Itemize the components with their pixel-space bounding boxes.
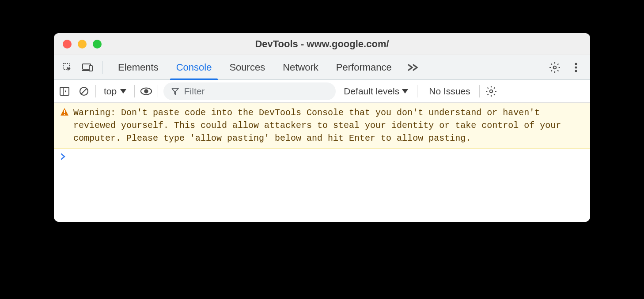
divider [158, 85, 158, 97]
inspect-element-icon[interactable] [61, 61, 73, 74]
svg-point-7 [575, 70, 577, 72]
svg-marker-15 [402, 89, 408, 93]
warning-text: Warning: Don't paste code into the DevTo… [73, 106, 584, 145]
filter-input[interactable] [184, 86, 328, 97]
filter-box[interactable] [163, 82, 336, 100]
svg-rect-8 [60, 87, 69, 95]
svg-point-5 [575, 63, 577, 65]
divider [479, 85, 480, 97]
tab-elements[interactable]: Elements [109, 55, 167, 79]
toggle-sidebar-icon[interactable] [58, 85, 71, 97]
close-button[interactable] [63, 40, 72, 49]
tab-performance[interactable]: Performance [327, 55, 401, 79]
svg-point-6 [575, 66, 577, 68]
kebab-menu-icon[interactable] [570, 61, 582, 74]
live-expression-icon[interactable] [140, 85, 152, 97]
filter-icon [171, 87, 179, 95]
tab-sources[interactable]: Sources [220, 55, 274, 79]
svg-line-11 [81, 89, 87, 94]
settings-icon[interactable] [549, 61, 561, 74]
tab-console[interactable]: Console [167, 55, 221, 79]
chevron-down-icon [120, 89, 126, 93]
svg-rect-18 [64, 110, 65, 113]
svg-rect-3 [89, 66, 92, 71]
log-levels-selector[interactable]: Default levels [344, 86, 408, 97]
log-levels-label: Default levels [344, 86, 399, 97]
window-title: DevTools - www.google.com/ [54, 38, 590, 50]
console-settings-icon[interactable] [485, 85, 497, 97]
context-selector[interactable]: top [101, 86, 129, 97]
context-label: top [104, 86, 117, 97]
warning-icon [60, 108, 69, 116]
more-tabs-icon[interactable] [401, 63, 425, 72]
device-toolbar-icon[interactable] [81, 61, 94, 74]
tab-network[interactable]: Network [274, 55, 327, 79]
divider [134, 85, 135, 97]
svg-point-4 [553, 66, 557, 69]
titlebar: DevTools - www.google.com/ [54, 33, 590, 55]
console-body: Warning: Don't paste code into the DevTo… [54, 103, 590, 222]
console-prompt[interactable] [54, 149, 590, 164]
issues-label[interactable]: No Issues [429, 86, 470, 97]
divider [95, 85, 96, 97]
clear-console-icon[interactable] [78, 85, 90, 97]
svg-point-14 [144, 90, 148, 93]
console-toolbar: top Default levels No Issues [54, 80, 590, 103]
svg-marker-12 [120, 89, 126, 93]
maximize-button[interactable] [93, 40, 102, 49]
warning-message-row: Warning: Don't paste code into the DevTo… [54, 103, 590, 149]
svg-rect-19 [64, 114, 65, 115]
main-tabs-bar: Elements Console Sources Network Perform… [54, 55, 590, 80]
minimize-button[interactable] [78, 40, 87, 49]
divider [417, 85, 417, 97]
tabs: Elements Console Sources Network Perform… [109, 55, 425, 79]
prompt-chevron-icon [60, 153, 66, 160]
traffic-lights [63, 40, 102, 49]
svg-point-16 [489, 90, 492, 93]
devtools-window: DevTools - www.google.com/ Elements Con [54, 33, 590, 222]
chevron-down-icon [402, 89, 408, 93]
divider [102, 61, 103, 74]
